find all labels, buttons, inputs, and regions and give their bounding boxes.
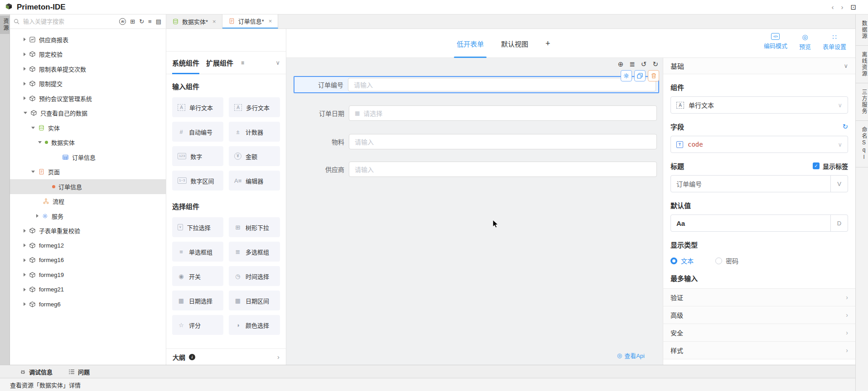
tab-offline-resources[interactable]: 离线资源 — [856, 46, 868, 83]
ai-assistant-icon[interactable]: AI — [119, 18, 126, 25]
chevron-right-icon[interactable] — [24, 288, 26, 291]
tree-item-project[interactable]: 子表单重复校验 — [10, 224, 166, 238]
chevron-right-icon[interactable] — [36, 214, 39, 218]
tree-item-services[interactable]: 服务 — [10, 209, 166, 224]
chevron-right-icon[interactable]: › — [277, 353, 280, 361]
tree-item-order-page-selected[interactable]: 订单信息 — [10, 179, 166, 194]
tree-item-project[interactable]: 限定校验 — [10, 47, 166, 62]
date-input[interactable]: ▦ 请选择 — [349, 105, 657, 121]
palette-item-editor[interactable]: A≡编辑器 — [229, 171, 280, 191]
component-type-select[interactable]: A 单行文本 ∨ — [670, 96, 848, 114]
menu-icon[interactable]: ≡ — [241, 60, 244, 66]
tab-extension-components[interactable]: 扩展组件 — [206, 52, 233, 74]
tab-named-sql[interactable]: 命名Sql — [856, 121, 868, 167]
form-field-order-number-selected[interactable]: 订单编号 请输入 — [294, 76, 659, 93]
chevron-down-icon[interactable] — [24, 112, 27, 114]
dynamic-value-button[interactable]: D — [830, 215, 848, 231]
problems-button[interactable]: 问题 — [69, 367, 90, 376]
tab-lowcode-form[interactable]: 低开表单 — [457, 29, 484, 58]
tree-item-project[interactable]: 限制表单提交次数 — [10, 62, 166, 76]
collapse-icon[interactable]: ∨ — [275, 59, 280, 66]
form-field-supplier[interactable]: 供应商 请输入 — [294, 162, 657, 177]
debug-info-button[interactable]: 调试信息 — [20, 367, 53, 376]
props-section-validation[interactable]: 验证 › — [663, 289, 855, 306]
palette-item-counter[interactable]: ±计数器 — [229, 122, 280, 142]
save-layout-icon[interactable]: ⊡ — [850, 3, 856, 11]
field-binding-select[interactable]: T code ∨ — [670, 136, 848, 153]
palette-item-multi-line-text[interactable]: A多行文本 — [229, 97, 280, 117]
form-field-material[interactable]: 物料 请输入 — [294, 134, 657, 149]
chevron-down-icon[interactable] — [38, 141, 42, 143]
chevron-down-icon[interactable] — [31, 171, 35, 173]
chevron-down-icon[interactable]: ∨ — [838, 141, 842, 148]
tab-data-source[interactable]: 数据源 — [856, 14, 868, 46]
nav-back-icon[interactable]: ‹ — [831, 3, 834, 11]
default-value-input[interactable]: Aa D — [670, 215, 848, 232]
text-input[interactable]: 请输入 — [349, 134, 657, 149]
tab-data-entity[interactable]: 数据实体* × — [166, 14, 222, 29]
docs-icon[interactable]: ▤ — [156, 18, 161, 25]
chevron-right-icon[interactable] — [24, 243, 26, 247]
checkbox-checked-icon[interactable]: ✓ — [813, 162, 820, 169]
tree-item-flows[interactable]: 流程 — [10, 194, 166, 209]
nav-forward-icon[interactable]: › — [841, 3, 843, 11]
palette-item-auto-number[interactable]: #自动编号 — [172, 122, 223, 142]
chevron-down-icon[interactable]: ∨ — [844, 62, 848, 69]
show-label-checkbox[interactable]: ✓ 显示标签 — [813, 162, 848, 171]
field-settings-button[interactable] — [621, 70, 632, 81]
form-settings-button[interactable]: ∷ 表单设置 — [823, 33, 846, 51]
add-view-button[interactable]: + — [545, 29, 550, 58]
palette-item-date-range[interactable]: ▦日期区间 — [229, 291, 280, 310]
delete-field-button[interactable] — [648, 70, 659, 81]
palette-item-date-picker[interactable]: ▦日期选择 — [172, 291, 223, 310]
palette-item-color-picker[interactable]: ◑颜色选择 — [229, 315, 280, 335]
chevron-right-icon[interactable] — [24, 38, 26, 41]
palette-item-time-picker[interactable]: ◷时间选择 — [229, 266, 280, 286]
refresh-icon[interactable]: ↻ — [842, 123, 848, 131]
tree-item-project[interactable]: formeg12 — [10, 238, 166, 253]
preview-button[interactable]: ◎ 预览 — [799, 33, 811, 51]
new-resource-icon[interactable]: ⊞ — [130, 18, 135, 25]
title-input[interactable]: 订单编号 V — [670, 175, 848, 192]
tree-item-project[interactable]: formeg21 — [10, 282, 166, 297]
resources-activity-tab[interactable]: 资源 — [0, 16, 10, 34]
palette-item-switch[interactable]: ◉开关 — [172, 266, 223, 286]
close-icon[interactable]: × — [269, 18, 272, 24]
tab-order-info[interactable]: 订单信息* × — [222, 14, 279, 29]
palette-item-tree-select[interactable]: ⊞树形下拉 — [229, 217, 280, 237]
palette-item-checkbox-group[interactable]: ≣多选框组 — [229, 242, 280, 262]
chevron-right-icon[interactable] — [24, 258, 26, 262]
tree-item-project[interactable]: formeg6 — [10, 297, 166, 312]
tab-default-view[interactable]: 默认视图 — [501, 29, 528, 58]
chevron-right-icon[interactable] — [24, 273, 26, 277]
form-canvas[interactable]: ⊕ ≣ ↺ ↻ 订单编号 请输入 — [286, 58, 663, 365]
form-field-order-date[interactable]: 订单日期 ▦ 请选择 — [294, 105, 657, 121]
code-mode-button[interactable]: </> 编码模式 — [764, 33, 787, 51]
tree-item-pages[interactable]: 页面 — [10, 165, 166, 180]
chevron-right-icon[interactable] — [24, 67, 26, 71]
tab-system-components[interactable]: 系统组件 — [172, 52, 199, 74]
radio-password[interactable]: 密码 — [715, 256, 738, 265]
palette-item-number-range[interactable]: 1~3数字区间 — [172, 171, 223, 191]
chevron-down-icon[interactable] — [31, 127, 35, 129]
view-api-link[interactable]: ◎ 查看Api — [617, 351, 645, 360]
undo-icon[interactable]: ↺ — [641, 60, 647, 68]
radio-selected-icon[interactable] — [670, 257, 677, 264]
chevron-right-icon[interactable] — [24, 96, 26, 100]
props-section-basic[interactable]: 基础 ∨ — [663, 58, 855, 74]
close-icon[interactable]: × — [212, 18, 216, 25]
tree-item-order-entity[interactable]: 订单信息 — [10, 150, 166, 165]
outline-icon[interactable]: ≣ — [629, 60, 635, 68]
tree-item-project[interactable]: formeg19 — [10, 267, 166, 282]
radio-unselected-icon[interactable] — [715, 257, 722, 264]
chevron-right-icon[interactable] — [24, 229, 26, 233]
refresh-icon[interactable]: ↻ — [139, 18, 144, 25]
palette-item-rating[interactable]: ☆评分 — [172, 315, 223, 335]
tree-item-entities[interactable]: 实体 — [10, 120, 166, 135]
text-input[interactable]: 请输入 — [349, 162, 657, 177]
props-section-security[interactable]: 安全 › — [663, 324, 855, 342]
tree-item-data-entity[interactable]: 数据实体 — [10, 135, 166, 150]
chevron-right-icon[interactable] — [24, 82, 26, 86]
palette-item-dropdown-select[interactable]: ∨下拉选择 — [172, 217, 223, 237]
tree-item-project[interactable]: 限制提交 — [10, 76, 166, 91]
